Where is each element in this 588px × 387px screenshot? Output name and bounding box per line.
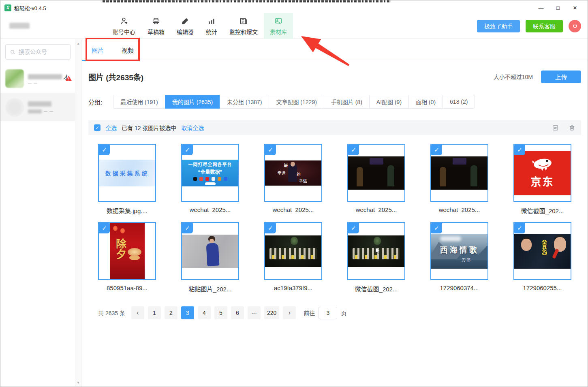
image-card[interactable]: ✓ — [347, 144, 405, 202]
image-card[interactable]: ✓ 京东 — [513, 144, 571, 202]
select-all-link[interactable]: 全选 — [105, 124, 117, 132]
scroll-up-icon[interactable]: ▲ — [75, 41, 81, 46]
platform-icons — [193, 177, 227, 181]
thumbnail-checkbox[interactable]: ✓ — [348, 145, 359, 155]
next-page-button[interactable]: › — [283, 306, 296, 319]
maximize-button[interactable]: □ — [550, 3, 567, 13]
thumbnail-checkbox[interactable]: ✓ — [99, 223, 110, 233]
trash-icon[interactable] — [569, 124, 575, 131]
avatar — [5, 98, 24, 117]
image-cell: ✓ ac19fa379f9... — [264, 222, 322, 293]
page-button-5[interactable]: 5 — [214, 306, 227, 319]
nav-editor[interactable]: 编辑器 — [171, 13, 200, 39]
nav-drafts[interactable]: 草稿箱 — [141, 13, 171, 39]
support-button[interactable]: 联系客服 — [526, 20, 563, 32]
assistant-button[interactable]: 极致了助手 — [477, 20, 520, 32]
thumbnail-checkbox[interactable]: ✓ — [514, 223, 525, 233]
image-caption: wechat_2025... — [439, 206, 480, 213]
image-caption: 微信截图_202... — [355, 284, 398, 293]
image-card[interactable]: ✓ 最 幸运 的 幸运 — [264, 144, 322, 202]
group-recent[interactable]: 最近使用 (191) — [113, 95, 165, 109]
nav-label: 素材库 — [270, 28, 287, 36]
account-list-item[interactable]: 才 — [0, 64, 75, 93]
nav-stats[interactable]: 统计 — [200, 13, 223, 39]
group-my-images[interactable]: 我的图片 (2635) — [165, 95, 220, 109]
sidebar-scrollbar[interactable]: ▲ ▼ — [75, 39, 81, 387]
image-thumbnail — [265, 235, 321, 267]
image-caption: 粘贴图片_202... — [189, 284, 232, 293]
mouse-cursor-icon — [375, 247, 381, 254]
group-face[interactable]: 面相 (0) — [408, 95, 443, 109]
nav-account-center[interactable]: 账号中心 — [107, 13, 141, 39]
search-input[interactable] — [19, 49, 66, 55]
group-ai-images[interactable]: AI配图 (9) — [369, 95, 409, 109]
power-button[interactable] — [569, 20, 581, 32]
account-info — [28, 101, 63, 113]
total-count: 共 2635 条 — [98, 309, 125, 317]
nav-label: 统计 — [206, 28, 217, 36]
image-cell: ✓ wechat_2025... — [347, 144, 405, 215]
goto-label: 前往 — [304, 309, 315, 317]
page-button-1[interactable]: 1 — [148, 306, 161, 319]
upload-button[interactable]: 上传 — [541, 71, 581, 83]
thumbnail-checkbox[interactable]: ✓ — [182, 223, 193, 233]
image-thumbnail: 数据采集系统 — [99, 160, 155, 186]
page-button-3[interactable]: 3 — [181, 306, 194, 319]
thumbnail-checkbox[interactable]: ✓ — [348, 223, 359, 233]
page-button-4[interactable]: 4 — [198, 306, 211, 319]
image-card[interactable]: ✓ — [347, 222, 405, 280]
move-to-group-icon[interactable] — [552, 124, 559, 131]
image-card[interactable]: ✓ — [181, 222, 239, 280]
group-article-images[interactable]: 文章配图 (1229) — [269, 95, 324, 109]
account-name-blurred — [28, 101, 51, 107]
group-618[interactable]: 618 (2) — [443, 95, 475, 109]
image-card[interactable]: ✓ — [264, 222, 322, 280]
image-card[interactable]: ✓ 数据采集系统 — [98, 144, 156, 202]
group-ungrouped[interactable]: 未分组 (1387) — [220, 95, 269, 109]
page-button-6[interactable]: 6 — [231, 306, 244, 319]
draftbox-icon — [152, 17, 160, 26]
goto-page-input[interactable] — [319, 307, 337, 319]
thumbnail-checkbox[interactable]: ✓ — [431, 223, 442, 233]
image-thumbnail: 京东 — [514, 151, 571, 195]
thumbnail-checkbox[interactable]: ✓ — [265, 145, 276, 155]
image-thumbnail: 《青花》 — [514, 234, 571, 269]
page-ellipsis[interactable]: ··· — [248, 306, 261, 319]
image-card[interactable]: ✓ 《青花》 — [513, 222, 571, 280]
image-card[interactable]: ✓ 西海情歌 刀郎 — [430, 222, 488, 280]
tab-images[interactable]: 图片 — [92, 46, 104, 54]
deselect-all-link[interactable]: 取消全选 — [181, 124, 204, 132]
window-controls: — □ ✕ — [532, 3, 584, 13]
selection-actions — [552, 124, 575, 131]
tab-videos[interactable]: 视频 — [122, 46, 134, 54]
image-card[interactable]: ✓ 一网打尽全网各平台 “全量数据” — [181, 144, 239, 202]
nav-monitor[interactable]: 监控和爆文 — [223, 13, 264, 39]
prev-page-button[interactable]: ‹ — [131, 306, 144, 319]
image-caption: wechat_2025... — [190, 206, 231, 213]
account-list-item[interactable] — [0, 93, 75, 121]
media-library-icon — [274, 17, 283, 26]
image-cell: ✓ 最 幸运 的 幸运 wechat_2025... — [264, 144, 322, 215]
page-button-2[interactable]: 2 — [165, 306, 177, 319]
select-all-checkbox[interactable]: ✓ — [94, 124, 100, 131]
nav-label: 监控和爆文 — [229, 28, 258, 36]
image-card[interactable]: ✓ — [430, 144, 488, 202]
image-card[interactable]: ✓ 除夕 — [98, 222, 156, 280]
thumbnail-checkbox[interactable]: ✓ — [265, 223, 276, 233]
image-cell: ✓ 京东 微信截图_202... — [513, 144, 571, 215]
thumbnail-checkbox[interactable]: ✓ — [182, 145, 193, 155]
header: 账号中心 草稿箱 编辑器 统计 监控和爆文 素材库 — [0, 13, 588, 39]
nav-material-library[interactable]: 素材库 — [264, 13, 293, 39]
account-subtext — [28, 109, 63, 113]
image-caption: 微信截图_202... — [521, 206, 564, 215]
title-row: 图片 (共2635条) 大小不超过10M 上传 — [88, 69, 581, 84]
thumbnail-checkbox[interactable]: ✓ — [99, 145, 110, 155]
close-button[interactable]: ✕ — [567, 3, 584, 13]
thumbnail-checkbox[interactable]: ✓ — [514, 145, 525, 155]
groups-label: 分组: — [88, 98, 102, 106]
thumbnail-checkbox[interactable]: ✓ — [431, 145, 442, 155]
scroll-down-icon[interactable]: ▼ — [75, 380, 81, 385]
group-phone-images[interactable]: 手机图片 (8) — [324, 95, 370, 109]
minimize-button[interactable]: — — [532, 3, 550, 13]
page-button-220[interactable]: 220 — [264, 306, 279, 319]
